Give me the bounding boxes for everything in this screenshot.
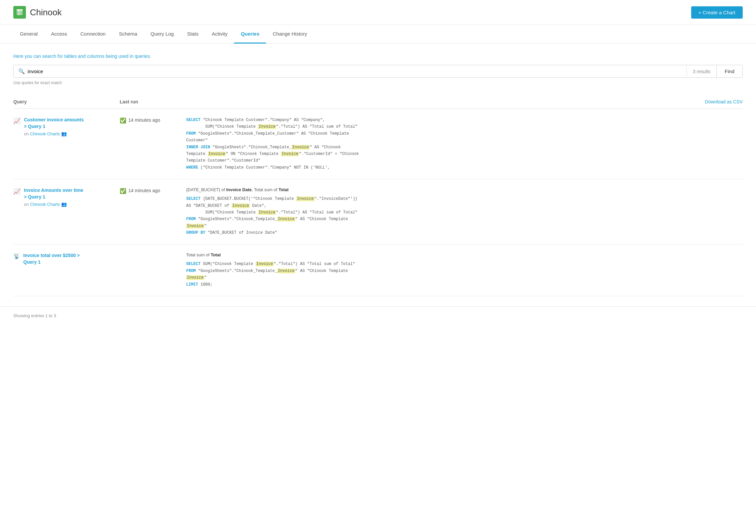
query-info-1: Customer invoice amounts> Query 1 on Chi… [24,117,84,136]
download-csv-button[interactable]: Download as CSV [705,99,743,104]
header: Chinook + Create a Chart [0,0,756,25]
app-logo-icon [13,6,26,19]
highlight: Invoice [296,197,314,201]
code-keyword: SELECT [186,118,200,122]
query-info-3: Invoice total over $2500 >Query 1 [23,252,80,265]
page-content: Here you can search for tables and colum… [0,44,756,306]
signal-icon: 📡 [13,253,20,259]
code-keyword: GROUP BY [186,230,205,235]
query-name-1[interactable]: Customer invoice amounts> Query 1 [24,117,84,130]
highlight: Invoice [277,217,295,221]
tab-queries[interactable]: Queries [234,25,266,44]
highlight: Invoice [186,275,204,280]
code-keyword: LIMIT [186,282,198,287]
lastrun-text-1: 14 minutes ago [128,117,160,123]
tab-change-history[interactable]: Change History [266,25,314,44]
users-icon-1: 👥 [61,131,67,136]
tab-connection[interactable]: Connection [74,25,112,44]
tab-schema[interactable]: Schema [112,25,144,44]
tab-query-log[interactable]: Query Log [144,25,181,44]
query-source-link-2[interactable]: Chinook Charts [30,202,60,207]
query-source-1: on Chinook Charts 👥 [24,131,84,136]
col-header-query: Query [13,99,120,104]
search-hint: Use quotes for exact match [13,80,743,85]
query-cell-2: 📈 Invoice Amounts over time> Query 1 on … [13,187,120,207]
query-cell-1: 📈 Customer invoice amounts> Query 1 on C… [13,117,120,136]
query-source-link-1[interactable]: Chinook Charts [30,131,60,136]
svg-rect-1 [17,9,23,11]
query-cell-3: 📡 Invoice total over $2500 >Query 1 [13,252,120,265]
nav-tabs: General Access Connection Schema Query L… [0,25,756,44]
code-keyword: FROM [186,217,196,221]
code-keyword: WHERE [186,165,198,170]
query-name-2[interactable]: Invoice Amounts over time> Query 1 [24,187,83,200]
query-info-2: Invoice Amounts over time> Query 1 on Ch… [24,187,83,207]
code-keyword: FROM [186,269,196,273]
lastrun-text-2: 14 minutes ago [128,188,160,193]
search-icon: 🔍 [18,68,25,74]
code-block-1: SELECT "Chinook Template Customer"."Comp… [186,117,743,171]
highlight: Invoice [277,269,295,273]
chart-icon-2: 📈 [13,188,21,195]
lastrun-cell-2: ✅ 14 minutes ago [120,187,186,194]
code-keyword: SELECT [186,262,200,266]
tab-stats[interactable]: Stats [181,25,205,44]
sql-cell-3: Total sum of Total SELECT SUM("Chinook T… [186,252,743,288]
table-header: Query Last run Download as CSV [13,95,743,109]
sql-cell-1: SELECT "Chinook Template Customer"."Comp… [186,117,743,171]
highlight: Invoice [186,224,204,228]
sql-cell-2: {DATE_BUCKET} of Invoice Date, Total sum… [186,187,743,236]
highlight: Invoice [208,152,226,156]
code-keyword: SELECT [186,197,200,201]
highlight: Invoice [232,203,250,208]
code-keyword: INNER JOIN [186,145,210,150]
search-input[interactable] [28,65,682,77]
col-header-lastrun: Last run [120,99,186,104]
table-row: 📈 Customer invoice amounts> Query 1 on C… [13,109,743,179]
check-icon-2: ✅ [120,188,126,194]
results-count: 3 results [687,66,716,77]
bold-text: Invoice Date [226,187,252,192]
query-source-2: on Chinook Charts 👥 [24,201,83,207]
check-icon-1: ✅ [120,117,126,124]
code-keyword: FROM [186,131,196,136]
page-description: Here you can search for tables and colum… [13,54,743,59]
create-chart-button[interactable]: + Create a Chart [691,6,743,19]
tab-access[interactable]: Access [44,25,73,44]
highlight: Invoice [258,210,276,215]
sql-preview-2: {DATE_BUCKET} of Invoice Date, Total sum… [186,187,743,192]
table-row: 📈 Invoice Amounts over time> Query 1 on … [13,179,743,244]
search-bar: 🔍 3 results Find [13,65,743,78]
bold-text-2: Total [279,187,289,192]
bold-text-3: Total [211,252,221,257]
tab-general[interactable]: General [13,25,44,44]
app-title: Chinook [30,7,62,18]
footer: Showing entries 1 to 3 [0,306,756,325]
sql-preview-3: Total sum of Total [186,252,743,257]
chart-icon: 📈 [13,117,21,125]
lastrun-cell-1: ✅ 14 minutes ago [120,117,186,124]
highlight: Invoice [281,152,299,156]
code-block-3: SELECT SUM("Chinook Template Invoice"."T… [186,261,743,288]
highlight: Invoice [258,124,276,129]
search-input-wrap: 🔍 [14,65,687,77]
table-row: 📡 Invoice total over $2500 >Query 1 Tota… [13,244,743,296]
footer-text: Showing entries 1 to 3 [13,313,56,318]
lastrun-cell-3 [120,252,186,253]
query-name-3[interactable]: Invoice total over $2500 >Query 1 [23,252,80,265]
highlight: Invoice [292,145,310,150]
spreadsheet-icon [16,8,24,16]
highlight: Invoice [256,262,274,266]
tab-activity[interactable]: Activity [205,25,234,44]
code-block-2: SELECT {DATE_BUCKET.BUCKET('"Chinook Tem… [186,196,743,236]
find-button[interactable]: Find [716,65,742,77]
header-left: Chinook [13,6,62,19]
users-icon-2: 👥 [61,201,67,207]
